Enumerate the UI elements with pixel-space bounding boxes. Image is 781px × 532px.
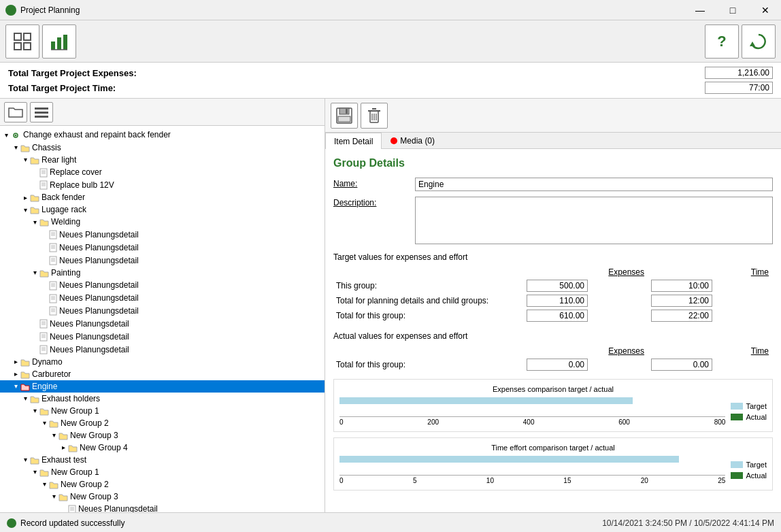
delete-button[interactable] — [361, 103, 388, 129]
expenses-target-legend-label: Target — [746, 402, 767, 410]
tree-item-label: Neues Planungsdetail — [59, 256, 139, 265]
total-planning-time-input[interactable] — [651, 295, 712, 307]
expenses-target-legend-color — [731, 403, 743, 410]
target-values-table: Expenses Time This group: Total for plan… — [333, 266, 773, 323]
tree-item-label: Chassis — [32, 143, 61, 152]
tree-expand-icon[interactable]: ▾ — [30, 218, 39, 226]
this-group-expenses-input[interactable] — [527, 280, 588, 292]
tree-item[interactable]: Neues Planungsdetail — [0, 343, 325, 356]
tree-item[interactable]: ▾Exhaust holders — [0, 393, 325, 405]
tree-item[interactable]: ▾Engine — [0, 380, 325, 393]
tree-item[interactable]: Replace bulb 12V — [0, 179, 325, 192]
svg-rect-46 — [40, 320, 47, 328]
tree-item[interactable]: ▾New Group 1 — [0, 405, 325, 417]
svg-rect-6 — [63, 35, 67, 50]
tree-item[interactable]: ▾New Group 2 — [0, 417, 325, 429]
tree-expand-icon[interactable]: ▾ — [39, 419, 49, 427]
tree-item[interactable]: ▾Chassis — [0, 142, 325, 154]
expenses-value[interactable] — [705, 67, 773, 79]
tree-item[interactable]: Neues Planungsdetail — [0, 241, 325, 254]
folder-view-button[interactable] — [4, 102, 27, 122]
tree-item[interactable]: Neues Planungsdetail — [0, 503, 325, 512]
tree-item[interactable]: ▸Dynamo — [0, 356, 325, 368]
app-icon — [5, 5, 16, 16]
tree-item-label: New Group 3 — [70, 431, 118, 440]
tab-item-detail[interactable]: Item Detail — [325, 133, 382, 149]
this-group-expenses-cell — [524, 278, 648, 293]
tree-expand-icon[interactable]: ▸ — [59, 444, 68, 451]
description-input[interactable] — [415, 197, 773, 244]
minimize-button[interactable]: — — [684, 0, 716, 20]
tree-expand-icon[interactable]: ▾ — [49, 431, 59, 439]
tree-item[interactable]: Neues Planungsdetail — [0, 317, 325, 330]
tree-expand-icon[interactable]: ▾ — [30, 269, 39, 276]
total-group-time-input[interactable] — [651, 310, 712, 322]
tree-item[interactable]: Neues Planungsdetail — [0, 254, 325, 267]
tree-item[interactable]: ▾New Group 3 — [0, 491, 325, 503]
tree-item[interactable]: ▾New Group 3 — [0, 429, 325, 442]
detail-area: Group Details Name: Description: Target … — [325, 149, 781, 512]
save-button[interactable] — [331, 103, 358, 129]
actual-expenses-input[interactable] — [527, 359, 588, 371]
chart-toolbar-button[interactable] — [42, 24, 76, 59]
tree-item-label: Neues Planungsdetail — [59, 293, 139, 303]
tree-item[interactable]: ▾Lugage rack — [0, 203, 325, 216]
tree-expand-icon[interactable]: ▾ — [20, 456, 30, 463]
tree-expand-icon[interactable]: ▾ — [1, 131, 11, 139]
close-button[interactable]: ✕ — [750, 0, 781, 20]
refresh-button[interactable] — [742, 24, 776, 59]
tree-item[interactable]: Replace cover — [0, 166, 325, 179]
tab-media[interactable]: Media (0) — [382, 133, 444, 148]
tree-expand-icon[interactable]: ▾ — [11, 144, 20, 151]
this-group-time-input[interactable] — [651, 280, 712, 292]
tree-item-icon — [30, 394, 39, 403]
tree-item-icon — [59, 431, 68, 440]
tree-item-icon — [49, 293, 57, 303]
tree-expand-icon[interactable]: ▾ — [20, 395, 30, 402]
tree-expand-icon[interactable]: ▾ — [39, 480, 49, 488]
tree-expand-icon[interactable]: ▸ — [20, 194, 30, 201]
tree-item[interactable]: ▾Welding — [0, 216, 325, 228]
total-group-expenses-input[interactable] — [527, 310, 588, 322]
tree-item[interactable]: ▾New Group 2 — [0, 478, 325, 491]
maximize-button[interactable]: □ — [717, 0, 748, 20]
actual-time-input[interactable] — [651, 359, 712, 371]
tree-item[interactable]: ▸Back fender — [0, 191, 325, 203]
tree-item[interactable]: ▸Carburetor — [0, 368, 325, 380]
tree-item[interactable]: ▾Change exhaust and repaint back fender — [0, 129, 325, 142]
help-button[interactable]: ? — [705, 24, 739, 59]
group-details-title: Group Details — [333, 157, 773, 169]
tree-item-label: Neues Planungsdetail — [59, 306, 139, 316]
tree-item[interactable]: Neues Planungsdetail — [0, 292, 325, 305]
tree-item[interactable]: Neues Planungsdetail — [0, 228, 325, 241]
tree-item-label: Neues Planungsdetail — [78, 504, 158, 512]
tree-expand-icon[interactable]: ▸ — [11, 358, 20, 365]
tree-expand-icon[interactable]: ▾ — [20, 156, 30, 163]
tree-expand-icon[interactable]: ▾ — [30, 407, 39, 414]
tree-item[interactable]: Neues Planungsdetail — [0, 305, 325, 318]
tree-item[interactable]: ▾Rear light — [0, 154, 325, 166]
name-label: Name: — [333, 178, 415, 188]
tree-expand-icon[interactable]: ▾ — [49, 493, 59, 500]
list-view-button[interactable] — [30, 102, 53, 122]
tree-item[interactable]: ▾Painting — [0, 267, 325, 279]
expenses-actual-legend: Actual — [731, 413, 767, 421]
tree-item[interactable]: Neues Planungsdetail — [0, 330, 325, 343]
time-actual-bar-row — [339, 465, 725, 472]
svg-rect-50 — [40, 333, 47, 341]
tree-item[interactable]: ▾New Group 1 — [0, 466, 325, 478]
total-planning-expenses-input[interactable] — [527, 295, 588, 307]
tree-area[interactable]: ▾Change exhaust and repaint back fender▾… — [0, 126, 325, 512]
tree-expand-icon[interactable]: ▾ — [11, 382, 20, 390]
tree-item-icon — [59, 492, 68, 501]
tree-item[interactable]: ▸New Group 4 — [0, 442, 325, 454]
name-input[interactable] — [415, 178, 773, 191]
time-value[interactable] — [705, 82, 773, 94]
grid-toolbar-button[interactable] — [5, 24, 39, 59]
tree-item[interactable]: ▾Exhaust test — [0, 454, 325, 466]
tree-expand-icon[interactable]: ▾ — [30, 468, 39, 476]
svg-rect-81 — [338, 116, 350, 122]
tree-expand-icon[interactable]: ▾ — [20, 206, 30, 214]
tree-expand-icon[interactable]: ▸ — [11, 370, 20, 378]
tree-item[interactable]: Neues Planungsdetail — [0, 279, 325, 292]
